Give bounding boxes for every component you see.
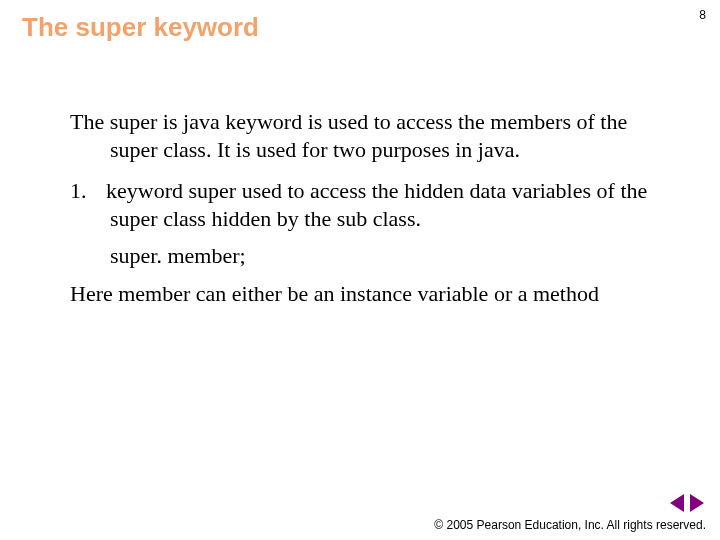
slide-content: The super is java keyword is used to acc… [70, 108, 680, 307]
slide-title: The super keyword [22, 12, 259, 43]
prev-arrow-icon[interactable] [670, 494, 684, 512]
list-item-1: 1.keyword super used to access the hidde… [70, 177, 680, 232]
next-arrow-icon[interactable] [690, 494, 704, 512]
closing-paragraph: Here member can either be an instance va… [70, 280, 680, 308]
intro-paragraph: The super is java keyword is used to acc… [70, 108, 680, 163]
page-number: 8 [699, 8, 706, 22]
footer-copyright: © 2005 Pearson Education, Inc. All right… [434, 518, 706, 532]
list-number: 1. [70, 177, 106, 205]
code-example: super. member; [70, 242, 680, 270]
list-item-text: keyword super used to access the hidden … [106, 178, 647, 231]
nav-arrows [670, 494, 704, 512]
